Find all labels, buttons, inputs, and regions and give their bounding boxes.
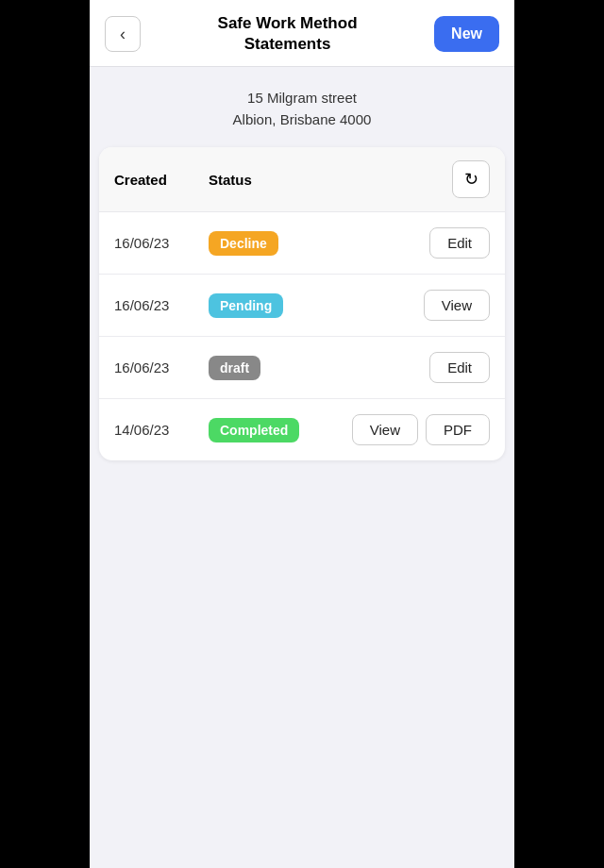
address-section: 15 Milgram street Albion, Brisbane 4000 — [90, 67, 514, 147]
status-badge: draft — [209, 356, 260, 380]
edit-button[interactable]: Edit — [429, 227, 490, 259]
col-header-status: Status — [209, 172, 452, 188]
view-button[interactable]: View — [352, 414, 418, 445]
table-row: 16/06/23 Pending View — [99, 275, 505, 337]
table-header: Created Status ↻ — [99, 147, 505, 212]
row-status: draft — [209, 356, 429, 380]
page-title: Safe Work Method Statements — [141, 13, 434, 55]
row-date: 14/06/23 — [114, 422, 209, 438]
app-header: ‹ Safe Work Method Statements New — [90, 0, 514, 67]
statements-table: Created Status ↻ 16/06/23 Decline Edit 1… — [99, 147, 505, 460]
status-badge: Completed — [209, 418, 299, 442]
row-actions: View — [424, 290, 490, 321]
row-actions: Edit — [429, 352, 490, 383]
row-status: Completed — [209, 418, 352, 442]
refresh-icon: ↻ — [464, 169, 478, 190]
table-row: 16/06/23 draft Edit — [99, 337, 505, 399]
back-button[interactable]: ‹ — [105, 16, 141, 52]
pdf-button[interactable]: PDF — [426, 414, 490, 445]
row-date: 16/06/23 — [114, 359, 209, 376]
address-line1: 15 Milgram street — [105, 88, 499, 109]
table-row: 14/06/23 Completed View PDF — [99, 399, 505, 460]
refresh-button[interactable]: ↻ — [452, 160, 490, 198]
view-button[interactable]: View — [424, 290, 490, 321]
row-date: 16/06/23 — [114, 235, 209, 251]
row-actions: Edit — [429, 227, 490, 259]
row-status: Decline — [209, 231, 429, 256]
status-badge: Pending — [209, 293, 283, 318]
row-status: Pending — [209, 293, 424, 318]
row-date: 16/06/23 — [114, 297, 209, 313]
col-header-created: Created — [114, 172, 209, 188]
new-button[interactable]: New — [434, 16, 499, 52]
address-line2: Albion, Brisbane 4000 — [105, 109, 499, 131]
row-actions: View PDF — [352, 414, 490, 445]
table-row: 16/06/23 Decline Edit — [99, 212, 505, 275]
back-icon: ‹ — [120, 25, 126, 44]
status-badge: Decline — [209, 231, 278, 256]
edit-button[interactable]: Edit — [429, 352, 490, 383]
